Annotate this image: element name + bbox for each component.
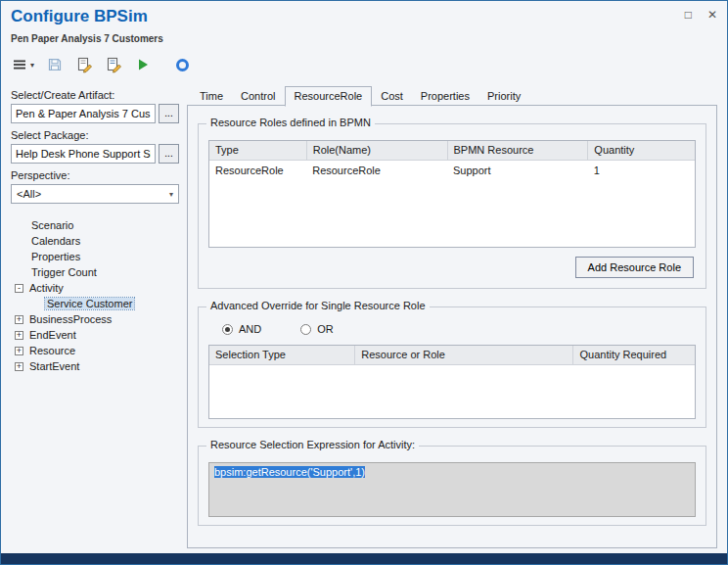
package-browse-button[interactable]: ...: [159, 144, 179, 164]
or-radio-label: OR: [317, 323, 334, 335]
perspective-select[interactable]: <All> ▾: [11, 184, 179, 204]
perspective-value: <All>: [17, 188, 41, 200]
tree-item-calendars[interactable]: Calendars: [15, 233, 183, 249]
perspective-label: Perspective:: [11, 169, 183, 181]
column-header-type[interactable]: Type: [209, 141, 306, 160]
and-radio[interactable]: [222, 324, 233, 335]
resource-roles-group: Resource Roles defined in BPMN Type Role…: [198, 123, 706, 289]
expression-group-title: Resource Selection Expression for Activi…: [206, 439, 419, 450]
tree-item-resource[interactable]: + Resource: [15, 343, 183, 358]
override-table[interactable]: Selection Type Resource or Role Quantity…: [208, 345, 696, 419]
left-panel: Select/Create Artifact: ... Select Packa…: [11, 83, 183, 548]
expand-icon[interactable]: +: [15, 362, 23, 371]
tree-item-activity[interactable]: - Activity: [15, 280, 183, 296]
column-header-quantity[interactable]: Quantity: [588, 141, 695, 160]
package-label: Select Package:: [11, 129, 183, 141]
cell-bpmn-resource: Support: [447, 160, 588, 180]
run-simulation-icon[interactable]: [134, 56, 152, 73]
tab-control[interactable]: Control: [232, 87, 284, 106]
hamburger-menu-icon: [11, 56, 28, 73]
or-radio[interactable]: [300, 324, 311, 335]
expand-icon[interactable]: +: [15, 315, 23, 324]
resource-roles-table[interactable]: Type Role(Name) BPMN Resource Quantity R…: [208, 140, 696, 248]
menu-button[interactable]: ▾: [11, 56, 34, 73]
tab-time[interactable]: Time: [191, 87, 232, 106]
expression-editor[interactable]: bpsim:getResource('Support',1): [208, 462, 696, 517]
column-header-bpmn-resource[interactable]: BPMN Resource: [447, 141, 588, 160]
collapse-icon[interactable]: -: [15, 284, 23, 293]
expand-icon[interactable]: +: [15, 331, 23, 340]
table-row[interactable]: ResourceRole ResourceRole Support 1: [209, 160, 695, 180]
cell-type: ResourceRole: [209, 160, 306, 180]
title-bar: Configure BPSim □ ✕: [1, 1, 727, 30]
add-resource-role-button[interactable]: Add Resource Role: [575, 257, 694, 278]
tree-item-trigger-count[interactable]: Trigger Count: [15, 264, 183, 280]
help-ring-icon: [176, 59, 189, 71]
tree-item-scenario[interactable]: Scenario: [15, 217, 183, 233]
edit-script-icon[interactable]: [105, 56, 122, 73]
save-icon[interactable]: [46, 56, 64, 73]
status-strip: [1, 553, 727, 564]
tree-item-endevent[interactable]: + EndEvent: [15, 327, 183, 343]
cell-quantity: 1: [588, 160, 695, 180]
window-title: Configure BPSim: [11, 7, 148, 26]
expand-icon[interactable]: +: [15, 347, 23, 355]
toolbar: ▾: [7, 50, 721, 79]
operator-radio-group: AND OR: [222, 323, 696, 335]
tab-resourcerole[interactable]: ResourceRole: [285, 86, 373, 107]
tab-cost[interactable]: Cost: [372, 87, 412, 106]
expression-group: Resource Selection Expression for Activi…: [198, 446, 706, 526]
column-header-quantity-required[interactable]: Quantity Required: [573, 346, 695, 364]
column-header-rolename[interactable]: Role(Name): [306, 141, 447, 160]
column-header-selection-type[interactable]: Selection Type: [209, 346, 355, 364]
maximize-button[interactable]: □: [685, 8, 692, 22]
tree-item-service-customer[interactable]: Service Customer: [30, 296, 183, 311]
help-icon[interactable]: [173, 56, 191, 73]
config-tree: Scenario Calendars Properties Trigger Co…: [11, 217, 183, 374]
cell-rolename: ResourceRole: [306, 160, 447, 180]
artifact-input[interactable]: [11, 104, 156, 123]
table-header-row: Selection Type Resource or Role Quantity…: [209, 346, 695, 364]
tab-bar: Time Control ResourceRole Cost Propertie…: [187, 85, 717, 106]
resource-roles-group-title: Resource Roles defined in BPMN: [206, 117, 375, 128]
package-input[interactable]: [11, 144, 156, 164]
table-header-row: Type Role(Name) BPMN Resource Quantity: [209, 141, 695, 160]
tree-item-businessprocess[interactable]: + BusinessProcess: [15, 311, 183, 327]
scenario-subtitle: Pen Paper Analysis 7 Customers: [11, 33, 163, 44]
artifact-label: Select/Create Artifact:: [11, 89, 183, 101]
tree-item-properties[interactable]: Properties: [15, 249, 183, 264]
column-header-resource-or-role[interactable]: Resource or Role: [355, 346, 573, 364]
chevron-down-icon: ▾: [169, 190, 173, 199]
artifact-browse-button[interactable]: ...: [159, 104, 179, 123]
resourcerole-tab-panel: Resource Roles defined in BPMN Type Role…: [187, 105, 717, 548]
expression-text: bpsim:getResource('Support',1): [214, 466, 365, 478]
advanced-override-group: Advanced Override for Single Resource Ro…: [198, 306, 706, 428]
edit-document-icon[interactable]: [75, 56, 93, 73]
and-radio-label: AND: [239, 323, 261, 335]
chevron-down-icon: ▾: [30, 61, 34, 70]
advanced-override-group-title: Advanced Override for Single Resource Ro…: [206, 300, 430, 311]
close-button[interactable]: ✕: [707, 8, 717, 22]
tab-properties[interactable]: Properties: [412, 87, 478, 106]
tree-item-startevent[interactable]: + StartEvent: [15, 358, 183, 374]
configure-bpsim-window: Configure BPSim □ ✕ Pen Paper Analysis 7…: [0, 0, 728, 565]
right-panel: Time Control ResourceRole Cost Propertie…: [187, 85, 717, 548]
tab-priority[interactable]: Priority: [478, 87, 529, 106]
